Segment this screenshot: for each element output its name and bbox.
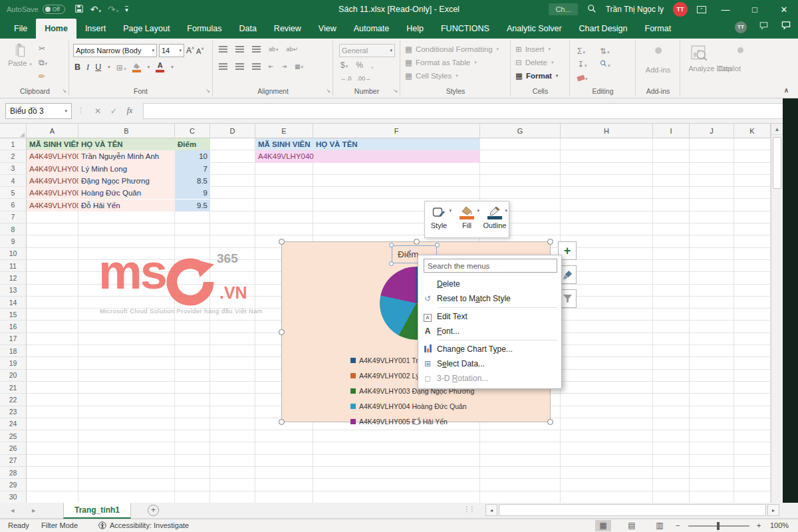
user-avatar-small[interactable]: TT	[735, 21, 747, 33]
align-top-icon[interactable]	[219, 46, 227, 53]
style-button[interactable]: ▾Style	[425, 201, 453, 237]
page-layout-view-button[interactable]: ▤	[624, 520, 640, 531]
percent-style-icon[interactable]: %	[356, 61, 363, 70]
tab-help[interactable]: Help	[398, 19, 432, 39]
save-icon[interactable]	[74, 4, 84, 15]
accessibility-status[interactable]: Accessibility: Investigate	[110, 521, 189, 529]
horizontal-scroll-thumb[interactable]	[499, 504, 766, 516]
scroll-up-icon[interactable]: ▲	[771, 124, 783, 135]
tab-format[interactable]: Format	[636, 19, 680, 39]
column-header-G[interactable]: G	[480, 124, 561, 138]
clipboard-dialog-launcher-icon[interactable]: ↘	[62, 88, 66, 94]
close-button[interactable]: ✕	[774, 5, 794, 15]
tab-analytic-solver[interactable]: Analytic Solver	[498, 19, 571, 39]
accounting-format-icon[interactable]: $▾	[340, 61, 348, 70]
scroll-right-icon[interactable]: ▸	[767, 504, 779, 516]
vertical-scroll-thumb[interactable]	[773, 137, 781, 189]
cell-E2[interactable]: A4K49VLHY040	[255, 150, 480, 162]
align-left-icon[interactable]	[219, 63, 227, 70]
sheet-tab-trang-tinh1[interactable]: Trang_tính1	[63, 503, 131, 519]
font-name-combo[interactable]: Aptos Narrow (Body▾	[73, 44, 157, 57]
alignment-dialog-launcher-icon[interactable]: ↘	[326, 88, 331, 94]
cell-E1[interactable]: MÃ SINH VIÊN	[255, 138, 313, 150]
formula-input[interactable]	[143, 103, 785, 119]
scroll-left-icon[interactable]: ◂	[485, 504, 497, 516]
format-painter-icon[interactable]: ✏	[39, 72, 47, 81]
undo-button[interactable]: ↶▾	[90, 5, 101, 14]
cell-C4[interactable]: 8.5	[175, 175, 210, 187]
legend-item[interactable]: A4K49VLHY004 Hoàng Đức Quân	[350, 398, 483, 414]
title-handle[interactable]	[389, 243, 394, 247]
name-box-splitter[interactable]: ⋮	[77, 106, 84, 115]
cell-C1[interactable]: Điểm	[175, 138, 210, 150]
outline-button[interactable]: ▾Outline	[481, 201, 509, 237]
cell-B3[interactable]: Lý Minh Long	[78, 163, 175, 175]
bold-button[interactable]: B	[74, 63, 80, 72]
resize-handle[interactable]	[547, 239, 553, 245]
find-select-icon[interactable]: ▾	[600, 60, 622, 69]
user-name[interactable]: Trần Thị Ngọc ly	[606, 5, 664, 14]
column-header-E[interactable]: E	[255, 124, 313, 138]
autosave-toggle[interactable]: Off	[43, 5, 65, 14]
menu-item-font[interactable]: AFont...	[418, 324, 561, 338]
column-header-B[interactable]: B	[78, 124, 175, 138]
font-color-icon[interactable]: A	[156, 62, 164, 72]
zoom-slider-thumb[interactable]	[717, 522, 720, 530]
cell-B1[interactable]: HỌ VÀ TÊN	[78, 138, 175, 150]
vertical-scrollbar[interactable]: ▲	[771, 124, 783, 503]
resize-handle[interactable]	[414, 239, 420, 245]
fill-color-icon[interactable]	[132, 63, 141, 72]
resize-handle[interactable]	[414, 419, 420, 425]
align-bottom-icon[interactable]	[252, 46, 261, 53]
comment-icon[interactable]	[759, 21, 769, 33]
zoom-level[interactable]: 100%	[770, 521, 789, 529]
column-header-F[interactable]: F	[313, 124, 480, 138]
cell-C2[interactable]: 10	[175, 150, 210, 162]
cell-B6[interactable]: Đỗ Hải Yến	[78, 200, 175, 211]
menu-item-change-chart-type[interactable]: Change Chart Type...	[418, 342, 561, 356]
search-box[interactable]: Ch...	[549, 3, 577, 15]
maximize-button[interactable]: □	[745, 5, 765, 15]
align-middle-icon[interactable]	[235, 46, 244, 53]
wrap-text-icon[interactable]: ab↵	[287, 46, 299, 53]
cut-icon[interactable]: ✂	[39, 44, 47, 53]
tab-review[interactable]: Review	[265, 19, 310, 39]
tab-chart-design[interactable]: Chart Design	[571, 19, 636, 39]
underline-button[interactable]: U	[95, 63, 101, 72]
menu-search-input[interactable]	[424, 259, 557, 273]
cell-B2[interactable]: Trần Nguyễn Minh Anh	[78, 150, 175, 162]
minimize-button[interactable]: —	[716, 5, 735, 15]
resize-handle[interactable]	[279, 329, 285, 335]
increase-decimal-icon[interactable]: ←.0	[340, 75, 352, 82]
cell-A1[interactable]: MÃ SINH VIÊN	[27, 138, 78, 150]
tab-file[interactable]: File	[5, 19, 36, 39]
cell-A5[interactable]: A4K49VLHY004	[27, 187, 78, 199]
collapse-ribbon-icon[interactable]: ∧	[784, 86, 789, 94]
title-handle[interactable]	[389, 261, 394, 266]
cell-A3[interactable]: A4K49VLHY002	[27, 163, 78, 175]
resize-handle[interactable]	[279, 239, 285, 245]
cell-C6[interactable]: 9.5	[175, 200, 210, 211]
font-size-combo[interactable]: 14▾	[159, 44, 184, 57]
select-all-corner[interactable]: ◢	[0, 124, 27, 138]
column-header-A[interactable]: A	[27, 124, 78, 138]
page-break-view-button[interactable]: ▥	[652, 520, 668, 531]
search-icon[interactable]	[587, 4, 597, 15]
column-header-C[interactable]: C	[175, 124, 210, 138]
user-avatar[interactable]: TT	[673, 2, 688, 17]
increase-font-icon[interactable]: A˄	[186, 46, 194, 55]
normal-view-button[interactable]: ▦	[595, 520, 611, 531]
column-header-J[interactable]: J	[690, 124, 734, 138]
customize-quick-access-icon[interactable]: ▾	[125, 6, 128, 13]
comma-style-icon[interactable]: ,	[371, 61, 373, 70]
decrease-decimal-icon[interactable]: .00→	[357, 75, 372, 82]
tab-page-layout[interactable]: Page Layout	[114, 19, 178, 39]
cell-F1[interactable]: HỌ VÀ TÊN	[313, 138, 480, 150]
menu-item-select-data[interactable]: ⊞Select Data...	[418, 356, 561, 371]
zoom-out-icon[interactable]: −	[676, 521, 680, 529]
tab-data[interactable]: Data	[230, 19, 265, 39]
title-handle[interactable]	[435, 243, 440, 247]
zoom-in-icon[interactable]: +	[757, 521, 761, 529]
copy-icon[interactable]: ⧉▾	[39, 58, 47, 67]
column-header-K[interactable]: K	[734, 124, 771, 138]
